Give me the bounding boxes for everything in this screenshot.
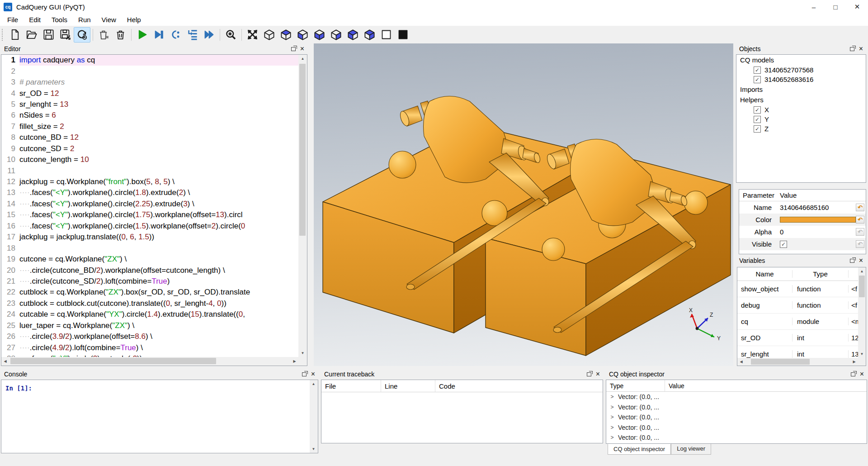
checkbox[interactable]: ✓ xyxy=(754,125,761,133)
delete-all-button[interactable] xyxy=(112,27,129,43)
expand-chevron-icon[interactable]: > xyxy=(606,434,618,441)
visible-checkbox[interactable]: ✓ xyxy=(780,241,787,248)
code-line-13[interactable]: 13····.faces("<Y").workplane().circle(1.… xyxy=(1,187,298,198)
step-into-button[interactable] xyxy=(184,27,201,43)
code-line-5[interactable]: 5sr_lenght = 13 xyxy=(1,99,298,110)
menu-view[interactable]: View xyxy=(96,14,122,25)
code-line-22[interactable]: 22cutblock = cq.Workplane("ZX").box(sr_O… xyxy=(1,287,298,298)
open-script-button[interactable] xyxy=(24,27,40,43)
menu-tools[interactable]: Tools xyxy=(46,14,73,25)
code-line-6[interactable]: 6nSides = 6 xyxy=(1,110,298,121)
scroll-down-arrow[interactable]: ▼ xyxy=(299,349,307,357)
tree-group-imports[interactable]: Imports xyxy=(736,84,866,95)
inspector-row[interactable]: >Vector: (0.0, ... xyxy=(606,412,867,423)
view-front-button[interactable] xyxy=(311,27,328,43)
tree-group-helpers[interactable]: Helpers xyxy=(736,95,866,105)
variable-row-sr_lenght[interactable]: sr_lenghtint13 xyxy=(737,346,858,358)
scroll-up-arrow[interactable]: ▲ xyxy=(858,267,866,275)
undo-icon[interactable]: ↶ xyxy=(856,216,864,223)
continue-run-button[interactable] xyxy=(201,27,217,43)
tab-log-viewer[interactable]: Log viewer xyxy=(671,444,711,455)
undo-icon[interactable]: ↶ xyxy=(856,204,864,211)
scroll-up-arrow[interactable]: ▲ xyxy=(299,55,307,62)
checkbox[interactable]: ✓ xyxy=(754,67,761,74)
code-line-19[interactable]: 19cutcone = cq.Workplane("ZX") \ xyxy=(1,254,298,265)
inspector-float-icon[interactable] xyxy=(851,372,855,376)
fit-view-button[interactable] xyxy=(244,27,261,43)
inspector-row[interactable]: >Vector: (0.0, ... xyxy=(606,433,867,443)
code-line-17[interactable]: 17jackplug = jackplug.translate((0, 6, 1… xyxy=(1,232,298,243)
code-line-9[interactable]: 9cutcone_SD = 2 xyxy=(1,143,298,154)
code-line-3[interactable]: 3# parameters xyxy=(1,77,298,88)
new-script-button[interactable] xyxy=(7,27,24,43)
variables-horizontal-scrollbar[interactable]: ◀ ▶ xyxy=(737,358,858,366)
traceback-close-icon[interactable]: × xyxy=(596,372,600,376)
editor-vscroll-thumb[interactable] xyxy=(299,64,306,236)
tree-item-z[interactable]: ✓Z xyxy=(736,124,866,133)
scroll-up-arrow[interactable]: ▲ xyxy=(310,380,317,388)
code-line-12[interactable]: 12jackplug = cq.Workplane("front").box(5… xyxy=(1,176,298,187)
editor-vertical-scrollbar[interactable]: ▲ ▼ xyxy=(298,55,307,357)
variable-row-debug[interactable]: debugfunction<f xyxy=(737,297,858,314)
code-line-26[interactable]: 26····.circle(3.9/2).workplane(offset=8.… xyxy=(1,331,298,342)
scroll-left-arrow[interactable]: ◀ xyxy=(737,358,745,366)
editor-code-area[interactable]: 1import cadquery as cq23# parameters4sr_… xyxy=(1,54,307,366)
delete-selected-button[interactable] xyxy=(95,27,112,43)
variables-vscroll-thumb[interactable] xyxy=(859,276,865,297)
menu-run[interactable]: Run xyxy=(73,14,96,25)
code-line-21[interactable]: 21····.circle(cutcone_SD/2).loft(combine… xyxy=(1,276,298,287)
tree-group-cq-models[interactable]: CQ models xyxy=(736,55,866,65)
screenshot-button[interactable] xyxy=(222,27,239,43)
console-panel-header[interactable]: Console × xyxy=(1,369,318,380)
code-line-16[interactable]: 16····.faces("<Y").workplane().circle(1.… xyxy=(1,221,298,232)
console-close-icon[interactable]: × xyxy=(311,372,315,376)
variable-row-cq[interactable]: cqmodule<m xyxy=(737,314,858,330)
save-script-button[interactable] xyxy=(40,27,57,43)
render-button[interactable] xyxy=(134,27,151,43)
variable-row-show_object[interactable]: show_objectfunction<f xyxy=(737,281,858,297)
traceback-panel-header[interactable]: Current traceback × xyxy=(321,369,603,380)
param-value[interactable]: 0 xyxy=(775,228,856,236)
view-back-button[interactable] xyxy=(328,27,344,43)
save-script-as-button[interactable] xyxy=(57,27,74,43)
scroll-down-arrow[interactable]: ▼ xyxy=(310,445,317,453)
expand-chevron-icon[interactable]: > xyxy=(606,404,618,410)
variable-row-sr_OD[interactable]: sr_ODint12 xyxy=(737,330,858,346)
code-line-18[interactable]: 18 xyxy=(1,243,298,253)
code-line-8[interactable]: 8cutcone_BD = 12 xyxy=(1,132,298,143)
variables-float-icon[interactable] xyxy=(850,259,854,263)
editor-horizontal-scrollbar[interactable]: ◀ ▶ xyxy=(1,357,298,366)
objects-close-icon[interactable]: × xyxy=(859,47,863,51)
code-line-24[interactable]: 24cutcable = cq.Workplane("YX").circle(1… xyxy=(1,309,298,320)
console-float-icon[interactable] xyxy=(302,372,307,376)
expand-chevron-icon[interactable]: > xyxy=(606,414,618,420)
param-value[interactable] xyxy=(775,217,856,223)
param-value[interactable]: 3140646685160 xyxy=(775,204,856,211)
menu-edit[interactable]: Edit xyxy=(24,14,46,25)
editor-hscroll-thumb[interactable] xyxy=(10,358,216,364)
objects-panel-header[interactable]: Objects × xyxy=(736,43,866,54)
editor-close-icon[interactable]: × xyxy=(300,47,304,51)
code-line-20[interactable]: 20····.circle(cutcone_BD/2).workplane(of… xyxy=(1,265,298,276)
inspector-panel-header[interactable]: CQ object inspector × xyxy=(606,369,867,380)
checkbox[interactable]: ✓ xyxy=(754,76,761,83)
inspector-row[interactable]: >Vector: (0.0, ... xyxy=(606,402,867,413)
checkbox[interactable]: ✓ xyxy=(754,106,761,114)
code-line-25[interactable]: 25luer_taper = cq.Workplane("ZX") \ xyxy=(1,320,298,331)
console-area[interactable]: In [1]: ▲ ▼ xyxy=(1,380,318,453)
minimize-button[interactable]: – xyxy=(803,0,825,14)
wireframe-mode-button[interactable] xyxy=(378,27,395,43)
inspector-row[interactable]: >Vector: (0.0, ... xyxy=(606,423,867,433)
variables-table[interactable]: NameTypeshow_objectfunction<fdebugfuncti… xyxy=(737,267,866,366)
variables-panel-header[interactable]: Variables × xyxy=(736,255,866,266)
view-left-button[interactable] xyxy=(344,27,361,43)
tab-cq-object-inspector[interactable]: CQ object inspector xyxy=(608,444,671,455)
code-line-4[interactable]: 4sr_OD = 12 xyxy=(1,88,298,99)
code-line-1[interactable]: 1import cadquery as cq xyxy=(1,55,298,66)
editor-float-icon[interactable] xyxy=(291,47,296,51)
code-line-10[interactable]: 10cutcone_length = 10 xyxy=(1,154,298,165)
variables-hscroll-thumb[interactable] xyxy=(751,359,810,365)
variables-close-icon[interactable]: × xyxy=(859,258,863,263)
color-swatch[interactable] xyxy=(780,217,856,223)
code-line-28[interactable]: 28····.faces("<Y").circle(3).extrude(-3)… xyxy=(1,353,298,357)
